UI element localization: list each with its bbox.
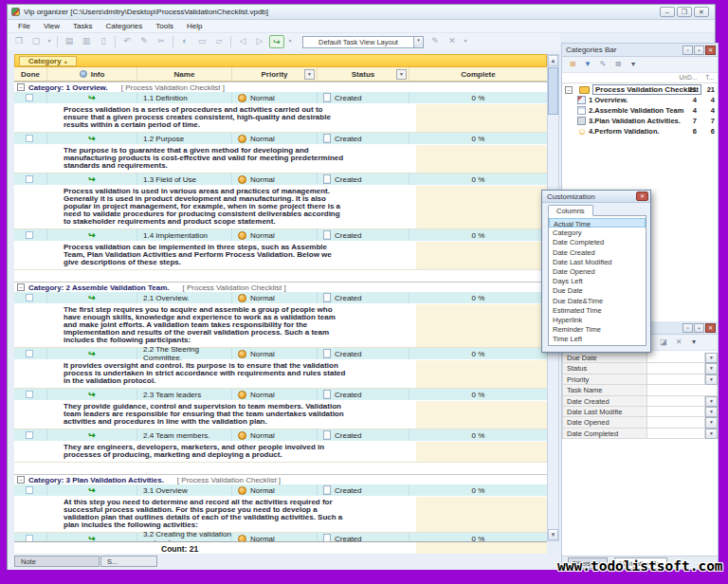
scroll-down-arrow[interactable]: ▼ xyxy=(548,529,558,540)
delete-category-icon[interactable]: ⊠ xyxy=(611,59,625,71)
name-cell[interactable]: 1.4 Implementation xyxy=(137,229,232,241)
tab-s[interactable]: S... xyxy=(100,556,157,567)
status-cell[interactable]: Created xyxy=(318,292,410,303)
open-file-icon[interactable]: ❐ xyxy=(11,35,27,48)
layout-combo-dropdown[interactable]: ▾ xyxy=(414,36,424,48)
status-cell[interactable]: Created xyxy=(318,173,410,185)
name-cell[interactable]: 2.2 The Steering Committee. xyxy=(137,348,232,359)
filter-field-value[interactable] xyxy=(647,363,705,374)
maximize-button[interactable]: ❒ xyxy=(677,7,692,17)
status-cell[interactable]: Created xyxy=(318,229,410,241)
window-titlebar[interactable]: Vip organizer [C:\Users\dmitry\Desktop\P… xyxy=(8,5,715,20)
more-dropdown-icon[interactable]: ▾ xyxy=(286,35,294,48)
customization-dialog-titlebar[interactable]: Customization ✕ xyxy=(542,191,650,203)
minimize-button[interactable]: – xyxy=(660,7,675,17)
filter-field-value[interactable] xyxy=(647,417,705,428)
column-option[interactable]: Days Left xyxy=(549,276,646,285)
filters-pin-button[interactable]: • xyxy=(694,323,704,333)
filter-field-value[interactable] xyxy=(647,374,705,385)
filter-field-dropdown[interactable]: ▼ xyxy=(705,363,718,374)
status-filter-dropdown[interactable]: ▼ xyxy=(396,69,407,80)
column-option[interactable]: Date Last Modified xyxy=(549,257,646,266)
filter-field-dropdown[interactable]: ▼ xyxy=(705,429,718,439)
category-group-row[interactable]: –Category: 1 Overview.[ Process Validati… xyxy=(14,82,547,92)
status-cell[interactable]: Created xyxy=(318,348,410,359)
column-header-done[interactable]: Done xyxy=(14,67,47,81)
name-cell[interactable]: 2.1 Overview. xyxy=(137,292,232,303)
pin-button[interactable]: • xyxy=(694,46,704,55)
name-cell[interactable]: 1.3 Field of Use xyxy=(137,173,232,185)
column-option[interactable]: Reminder Time xyxy=(549,324,646,334)
new-dropdown-icon[interactable]: ▾ xyxy=(46,35,53,48)
reminder-icon[interactable]: ◐ xyxy=(177,35,192,48)
customize-layout-icon[interactable]: ✎ xyxy=(428,35,443,48)
done-checkbox[interactable] xyxy=(26,231,33,239)
column-option[interactable]: Estimated Time xyxy=(549,305,646,315)
filter-field-value[interactable] xyxy=(647,353,705,363)
task-row[interactable]: ↪1.2 PurposeNormalCreated0 % xyxy=(14,133,547,145)
category-group-row[interactable]: –Category: 3 Plan Validation Activities.… xyxy=(14,474,547,484)
menu-tools[interactable]: Tools xyxy=(149,21,180,31)
undo-icon[interactable]: ↶ xyxy=(119,35,135,48)
status-cell[interactable]: Created xyxy=(318,389,410,400)
status-cell[interactable]: Created xyxy=(318,429,410,441)
done-checkbox[interactable] xyxy=(26,350,33,357)
category-tree-item[interactable]: 1 Overview.44 xyxy=(562,95,718,105)
done-checkbox[interactable] xyxy=(26,431,33,439)
filter-field-dropdown[interactable]: ▼ xyxy=(705,407,718,417)
filter-field-dropdown[interactable]: ▼ xyxy=(705,353,718,363)
menu-help[interactable]: Help xyxy=(180,21,209,31)
cut-icon[interactable]: ✂ xyxy=(154,35,169,48)
name-cell[interactable]: 1.1 Definition xyxy=(137,92,232,103)
filter-field-value[interactable] xyxy=(647,429,705,439)
close-button[interactable]: ✕ xyxy=(694,7,709,17)
priority-cell[interactable]: Normal xyxy=(232,92,318,103)
categories-bar-header[interactable]: Categories Bar ▫ • ✕ xyxy=(562,44,718,57)
priority-cell[interactable]: Normal xyxy=(232,389,318,400)
remove-filter-icon[interactable]: ✕ xyxy=(672,337,685,349)
column-header-complete[interactable]: Complete xyxy=(410,67,547,81)
total-column-header[interactable]: T... xyxy=(705,74,714,81)
status-cell[interactable]: Created xyxy=(318,133,410,144)
done-checkbox[interactable] xyxy=(26,486,33,494)
column-option[interactable]: Time Left xyxy=(549,334,646,343)
priority-cell[interactable]: Normal xyxy=(232,173,318,185)
next-view-icon[interactable]: ▷ xyxy=(252,35,267,48)
attachment-icon[interactable]: ▱ xyxy=(211,35,227,48)
filter-field-dropdown[interactable]: ▼ xyxy=(705,417,718,428)
collapse-group-icon[interactable]: – xyxy=(17,283,25,291)
go-to-view-icon[interactable]: ↪ xyxy=(269,35,284,48)
category-tree-item[interactable]: 3.Plan Validation Activities.77 xyxy=(562,116,718,126)
categories-more-dropdown-icon[interactable]: ▾ xyxy=(627,59,640,71)
column-option[interactable]: Hyperlink xyxy=(549,315,646,324)
done-checkbox[interactable] xyxy=(26,535,33,541)
tab-columns[interactable]: Columns xyxy=(548,205,593,216)
task-row[interactable]: ↪2.2 The Steering Committee.NormalCreate… xyxy=(14,348,547,360)
column-header-name[interactable]: Name xyxy=(137,67,232,81)
name-cell[interactable]: 2.4 Team members. xyxy=(137,429,232,441)
clear-filter-icon[interactable]: ◪ xyxy=(657,337,670,349)
task-row[interactable]: ↪1.3 Field of UseNormalCreated0 % xyxy=(14,173,547,186)
new-category-icon[interactable]: ⊞ xyxy=(566,59,579,71)
task-row[interactable]: ↪3.2 Creating the validation protocolNor… xyxy=(14,533,547,541)
scrollbar-thumb[interactable] xyxy=(548,67,558,115)
status-cell[interactable]: Created xyxy=(318,92,410,103)
done-checkbox[interactable] xyxy=(26,94,33,101)
column-option[interactable]: Date Created xyxy=(549,247,646,257)
task-row[interactable]: ↪3.1 OverviewNormalCreated0 % xyxy=(14,484,547,497)
filters-panel-menu-button[interactable]: ▫ xyxy=(682,323,693,333)
priority-filter-dropdown[interactable]: ▼ xyxy=(304,69,315,80)
scroll-up-arrow[interactable]: ▲ xyxy=(548,55,558,66)
done-checkbox[interactable] xyxy=(26,135,33,142)
save-icon[interactable]: ▤ xyxy=(62,35,77,48)
undone-column-header[interactable]: UnD... xyxy=(680,74,697,81)
column-header-priority[interactable]: Priority▼ xyxy=(232,67,318,81)
column-header-info[interactable]: Info xyxy=(47,67,137,81)
column-option[interactable]: Date Opened xyxy=(549,266,646,276)
panel-menu-button[interactable]: ▫ xyxy=(682,46,693,55)
customization-close-button[interactable]: ✕ xyxy=(636,192,648,201)
column-option[interactable]: Date Completed xyxy=(549,237,646,246)
task-row[interactable]: ↪1.4 ImplementationNormalCreated0 % xyxy=(14,229,547,242)
priority-cell[interactable]: Normal xyxy=(232,229,318,241)
column-option[interactable]: Actual Time xyxy=(549,218,646,228)
